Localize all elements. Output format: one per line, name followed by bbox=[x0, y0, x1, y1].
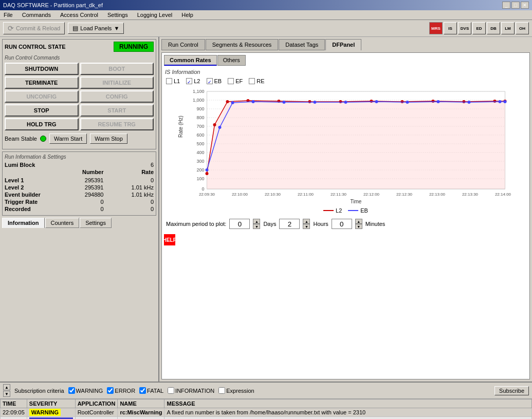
subscribe-button[interactable]: Subscribe bbox=[494, 386, 529, 395]
load-panels-label: Load Panels bbox=[80, 25, 112, 31]
fatal-checkbox[interactable] bbox=[139, 387, 146, 394]
menu-commands[interactable]: Commands bbox=[21, 11, 52, 18]
shutdown-button[interactable]: SHUTDOWN bbox=[5, 63, 79, 75]
warm-stop-button[interactable]: Warm Stop bbox=[90, 134, 127, 144]
error-checkbox[interactable] bbox=[107, 387, 114, 394]
tab-counters[interactable]: Counters bbox=[45, 218, 80, 228]
svg-text:800: 800 bbox=[196, 115, 204, 120]
svg-text:400: 400 bbox=[196, 150, 204, 155]
menu-help[interactable]: Help bbox=[180, 11, 195, 18]
minutes-down-button[interactable]: ▼ bbox=[355, 224, 362, 229]
tab-dfpanel[interactable]: DFPanel bbox=[325, 39, 361, 50]
svg-point-63 bbox=[499, 100, 502, 103]
svg-text:1,100: 1,100 bbox=[193, 89, 205, 94]
window-controls[interactable]: _ □ ✕ bbox=[502, 2, 529, 9]
mrs-icon-button[interactable]: MRS bbox=[429, 22, 443, 34]
right-panel: Run Control Segments & Resources Dataset… bbox=[159, 37, 532, 382]
beam-row: Beam Stable Warm Start Warm Stop bbox=[5, 134, 154, 144]
config-button[interactable]: CONFIG bbox=[80, 90, 154, 103]
re-checkbox[interactable] bbox=[249, 78, 255, 84]
initialize-button[interactable]: INITIALIZE bbox=[80, 77, 154, 89]
db-icon-button[interactable]: DB bbox=[487, 22, 500, 34]
help-button[interactable]: HELP bbox=[164, 234, 175, 245]
days-input[interactable] bbox=[229, 219, 250, 229]
eb-line-sample bbox=[348, 210, 358, 211]
load-panels-button[interactable]: ▤ Load Panels ▼ bbox=[68, 23, 124, 34]
svg-text:1,000: 1,000 bbox=[193, 98, 205, 103]
menu-logging-level[interactable]: Logging Level bbox=[136, 11, 174, 18]
hours-down-button[interactable]: ▼ bbox=[303, 224, 310, 229]
up-arrow-button[interactable]: ▲ bbox=[3, 384, 10, 390]
info-table-header: Number Rate bbox=[5, 169, 154, 175]
svg-text:22:11:00: 22:11:00 bbox=[298, 192, 314, 197]
tab-settings[interactable]: Settings bbox=[80, 218, 112, 228]
minimize-button[interactable]: _ bbox=[502, 2, 510, 9]
log-application: IGUI bbox=[75, 417, 118, 420]
warm-start-button[interactable]: Warm Start bbox=[49, 134, 87, 144]
svg-point-44 bbox=[308, 100, 311, 103]
col-application: APPLICATION bbox=[75, 399, 118, 408]
svg-point-50 bbox=[493, 100, 497, 103]
svg-point-62 bbox=[468, 101, 471, 104]
beam-stable-label: Beam Stable bbox=[5, 136, 37, 142]
information-checkbox[interactable] bbox=[168, 387, 174, 394]
minutes-input[interactable] bbox=[332, 219, 352, 229]
fatal-label: FATAL bbox=[147, 388, 163, 394]
sub-tab-common-rates[interactable]: Common Rates bbox=[164, 55, 217, 66]
l2-legend: L2 bbox=[323, 207, 342, 214]
close-button[interactable]: ✕ bbox=[521, 2, 529, 9]
sub-tab-others[interactable]: Others bbox=[217, 55, 246, 66]
boot-button[interactable]: BOOT bbox=[80, 63, 154, 75]
menu-access-control[interactable]: Access Control bbox=[59, 11, 100, 18]
tab-segments[interactable]: Segments & Resources bbox=[206, 39, 279, 50]
terminate-button[interactable]: TERMINATE bbox=[5, 77, 79, 89]
eb-checkbox[interactable] bbox=[207, 78, 213, 84]
sub-tabs: Common Rates Others bbox=[162, 53, 529, 66]
oh-icon-button[interactable]: OH bbox=[516, 22, 529, 34]
stop-button[interactable]: STOP bbox=[5, 104, 79, 117]
commit-reload-button[interactable]: ⟳ Commit & Reload bbox=[3, 22, 65, 34]
svg-point-45 bbox=[339, 100, 342, 103]
info-row-rate: 0 bbox=[123, 206, 154, 212]
ef-checkbox[interactable] bbox=[228, 78, 234, 84]
days-up-button[interactable]: ▲ bbox=[253, 219, 260, 224]
menu-settings[interactable]: Settings bbox=[106, 11, 130, 18]
minutes-up-button[interactable]: ▲ bbox=[355, 219, 362, 224]
hold-trg-button[interactable]: HOLD TRG bbox=[5, 118, 79, 130]
log-message: All panels have finished reloading the d… bbox=[164, 417, 532, 420]
info-row-label: Event builder bbox=[5, 192, 51, 198]
unconfig-button[interactable]: UNCONFIG bbox=[5, 90, 79, 103]
hours-input[interactable] bbox=[279, 219, 300, 229]
tab-information[interactable]: Information bbox=[2, 218, 45, 228]
toolbar: ⟳ Commit & Reload ▤ Load Panels ▼ MRS IS… bbox=[0, 20, 532, 37]
l1-checkbox[interactable] bbox=[166, 78, 172, 84]
tab-dataset-tags[interactable]: Dataset Tags bbox=[279, 39, 325, 50]
ed-icon-button[interactable]: ED bbox=[472, 22, 486, 34]
svg-point-60 bbox=[406, 101, 409, 104]
svg-text:600: 600 bbox=[196, 132, 204, 138]
l2-checkbox[interactable] bbox=[186, 78, 192, 84]
menu-file[interactable]: File bbox=[2, 11, 14, 18]
legend-l2: L2 bbox=[186, 78, 200, 84]
info-filter-label: INFORMATION bbox=[168, 387, 214, 394]
svg-point-61 bbox=[437, 100, 440, 103]
down-arrow-button[interactable]: ▼ bbox=[3, 391, 10, 397]
period-row: Maximum period to plot: ▲ ▼ Days ▲ ▼ Hou… bbox=[162, 216, 529, 232]
resume-trg-button[interactable]: RESUME TRG bbox=[80, 118, 154, 130]
is-icon-button[interactable]: IS bbox=[444, 22, 457, 34]
days-down-button[interactable]: ▼ bbox=[253, 224, 260, 229]
maximize-button[interactable]: □ bbox=[511, 2, 520, 9]
info-table-row: Trigger Rate 0 0 bbox=[5, 199, 154, 205]
log-table: TIME SEVERITY APPLICATION NAME MESSAGE 2… bbox=[0, 399, 532, 419]
svg-text:22:10:30: 22:10:30 bbox=[265, 192, 281, 197]
expression-checkbox[interactable] bbox=[218, 387, 225, 394]
dvs-icon-button[interactable]: DVS bbox=[458, 22, 471, 34]
start-button[interactable]: START bbox=[80, 104, 154, 117]
lm-icon-button[interactable]: LM bbox=[501, 22, 515, 34]
svg-marker-38 bbox=[207, 101, 505, 189]
warning-checkbox[interactable] bbox=[68, 387, 75, 394]
tab-run-control[interactable]: Run Control bbox=[161, 39, 205, 50]
hours-up-button[interactable]: ▲ bbox=[303, 219, 310, 224]
menubar: File Commands Access Control Settings Lo… bbox=[0, 10, 532, 20]
svg-point-56 bbox=[283, 101, 286, 104]
